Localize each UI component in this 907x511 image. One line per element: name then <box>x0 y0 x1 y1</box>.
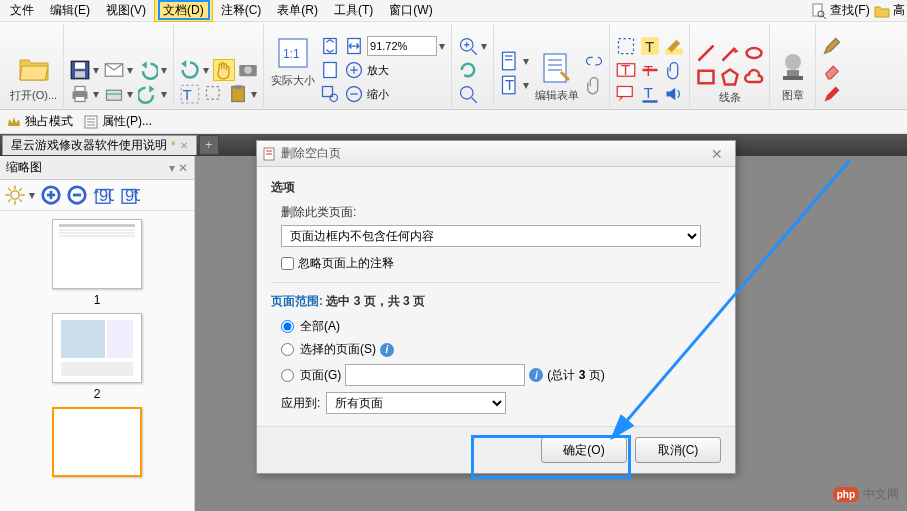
thumbnail-page-2[interactable]: 2 <box>42 313 152 401</box>
info-icon[interactable]: i <box>380 343 394 357</box>
rotate-cw-button[interactable]: 90 <box>117 183 141 207</box>
thumb-options-button[interactable] <box>3 183 27 207</box>
fit-width-button[interactable] <box>343 35 365 57</box>
cloud-button[interactable] <box>743 66 765 88</box>
zoom-area-icon <box>320 84 340 104</box>
menu-view[interactable]: 视图(V) <box>98 0 154 21</box>
doc-nav-button[interactable] <box>499 50 521 72</box>
zoom-area-button[interactable] <box>319 83 341 105</box>
zoom-input[interactable] <box>367 36 437 56</box>
ignore-comments-checkbox[interactable] <box>281 257 294 270</box>
ellipse-button[interactable] <box>743 42 765 64</box>
fit-page-icon <box>320 36 340 56</box>
polygon-button[interactable] <box>719 66 741 88</box>
eraser-icon <box>822 60 842 80</box>
radio-selected[interactable] <box>281 343 294 356</box>
undo-dropdown[interactable]: ▾ <box>161 63 169 77</box>
info-icon-2[interactable]: i <box>529 368 543 382</box>
zoom-plus-button[interactable] <box>457 35 479 57</box>
eraser-button[interactable] <box>821 59 843 81</box>
thumb-zoom-out-button[interactable] <box>65 183 89 207</box>
zoom-in-button[interactable] <box>343 59 365 81</box>
textbox-button[interactable]: T <box>615 59 637 81</box>
email-dropdown[interactable]: ▾ <box>127 63 135 77</box>
menu-document[interactable]: 文档(D) <box>154 0 213 22</box>
select-box-button[interactable] <box>615 35 637 57</box>
menu-high[interactable]: 高 <box>874 2 905 19</box>
pencil-button[interactable] <box>821 35 843 57</box>
fit-visible-button[interactable] <box>319 59 341 81</box>
fit-page-button[interactable] <box>319 35 341 57</box>
menu-window[interactable]: 窗口(W) <box>381 0 440 21</box>
zoom-out-button[interactable] <box>343 83 365 105</box>
menu-file[interactable]: 文件 <box>2 0 42 21</box>
menu-comments[interactable]: 注释(C) <box>213 0 270 21</box>
redo-button[interactable] <box>137 83 159 105</box>
scan-dropdown[interactable]: ▾ <box>127 87 135 101</box>
stamp-button[interactable]: 图章 <box>775 50 811 105</box>
actual-size-button[interactable]: 1:1 实际大小 <box>269 35 317 90</box>
ellipse-icon <box>744 43 764 63</box>
link-button[interactable] <box>583 50 605 72</box>
strikeout-button[interactable]: T <box>639 59 661 81</box>
rotate-ccw-button[interactable]: 90 <box>91 183 115 207</box>
attach-button[interactable] <box>583 74 605 96</box>
loupe-button[interactable] <box>457 83 479 105</box>
edit-form-button[interactable]: 编辑表单 <box>533 50 581 105</box>
menu-forms[interactable]: 表单(R) <box>269 0 326 21</box>
select-text-button[interactable]: T <box>179 83 201 105</box>
apply-to-select[interactable]: 所有页面 <box>326 392 506 414</box>
refresh-button[interactable] <box>457 59 479 81</box>
doc-text-button[interactable]: T <box>499 74 521 96</box>
dialog-close-button[interactable]: ✕ <box>705 146 729 162</box>
snapshot-button[interactable] <box>237 59 259 81</box>
redo-dropdown[interactable]: ▾ <box>161 87 169 101</box>
thumb-zoom-in-button[interactable] <box>39 183 63 207</box>
attach-file-button[interactable] <box>663 59 685 81</box>
sound-button[interactable] <box>663 83 685 105</box>
callout-button[interactable] <box>615 83 637 105</box>
radio-all[interactable] <box>281 320 294 333</box>
menu-find[interactable]: 查找(F) <box>811 2 870 19</box>
pencil-red-button[interactable] <box>821 83 843 105</box>
tab-close-icon[interactable]: ✕ <box>180 140 188 151</box>
rotate-view-button[interactable] <box>179 59 201 81</box>
arrow-button[interactable] <box>719 42 741 64</box>
print-dropdown[interactable]: ▾ <box>93 87 101 101</box>
select-button[interactable] <box>203 83 225 105</box>
add-tab-button[interactable]: + <box>199 135 219 155</box>
thumbnail-page-1[interactable]: 1 <box>42 219 152 307</box>
delete-type-select[interactable]: 页面边框内不包含任何内容 <box>281 225 701 247</box>
save-button[interactable] <box>69 59 91 81</box>
panel-menu-icon[interactable]: ▾ ✕ <box>169 161 188 175</box>
clipboard-button[interactable] <box>227 83 249 105</box>
save-dropdown[interactable]: ▾ <box>93 63 101 77</box>
scan-button[interactable] <box>103 83 125 105</box>
pages-input[interactable] <box>345 364 525 386</box>
menu-tools[interactable]: 工具(T) <box>326 0 381 21</box>
radio-all-label: 全部(A) <box>300 318 340 335</box>
radio-pages[interactable] <box>281 369 294 382</box>
highlight-text-button[interactable]: T <box>639 35 661 57</box>
thumbnail-page-3[interactable] <box>42 407 152 477</box>
find-label: 查找(F) <box>830 3 869 17</box>
exclusive-mode-button[interactable]: 独占模式 <box>6 113 73 130</box>
cancel-button[interactable]: 取消(C) <box>635 437 721 463</box>
undo-button[interactable] <box>137 59 159 81</box>
line-button[interactable] <box>695 42 717 64</box>
underline-button[interactable]: T <box>639 83 661 105</box>
hand-tool-button[interactable] <box>213 59 235 81</box>
print-button[interactable] <box>69 83 91 105</box>
email-button[interactable] <box>103 59 125 81</box>
properties-button[interactable]: 属性(P)... <box>83 113 152 130</box>
tab-title: 星云游戏修改器软件使用说明 <box>11 137 167 154</box>
document-tab[interactable]: 星云游戏修改器软件使用说明 * ✕ <box>2 135 197 155</box>
svg-text:T: T <box>644 84 653 101</box>
rect-button[interactable] <box>695 66 717 88</box>
ok-button[interactable]: 确定(O) <box>541 437 627 463</box>
highlight-button[interactable] <box>663 35 685 57</box>
open-button[interactable]: 打开(O)... <box>8 50 59 105</box>
fit-visible-icon <box>320 60 340 80</box>
cloud-icon <box>744 67 764 87</box>
menu-edit[interactable]: 编辑(E) <box>42 0 98 21</box>
